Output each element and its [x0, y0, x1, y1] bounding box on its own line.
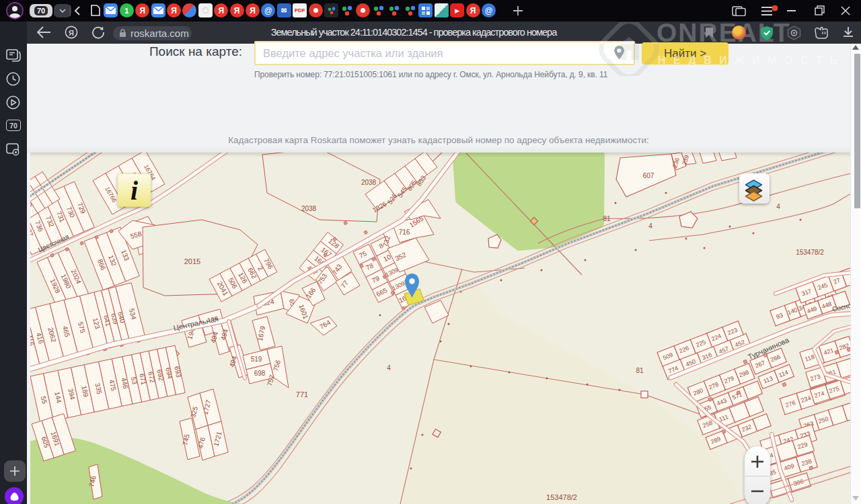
svg-text:2015: 2015	[184, 257, 200, 265]
svg-text:771: 771	[296, 390, 308, 398]
svg-text:4: 4	[776, 203, 780, 210]
svg-text:698: 698	[254, 370, 266, 377]
svg-text:i: i	[130, 175, 138, 206]
svg-text:2038: 2038	[301, 205, 317, 212]
svg-text:153478/2: 153478/2	[546, 493, 577, 501]
svg-text:2038: 2038	[361, 179, 377, 186]
svg-text:607: 607	[643, 172, 654, 179]
svg-text:519: 519	[251, 355, 262, 363]
svg-text:Я: Я	[69, 29, 74, 37]
svg-text:81: 81	[603, 215, 611, 222]
svg-text:4: 4	[648, 222, 652, 230]
svg-text:153478/2: 153478/2	[796, 249, 824, 256]
svg-text:81: 81	[636, 367, 644, 374]
svg-text:4: 4	[387, 364, 391, 372]
svg-text:716: 716	[399, 228, 410, 236]
